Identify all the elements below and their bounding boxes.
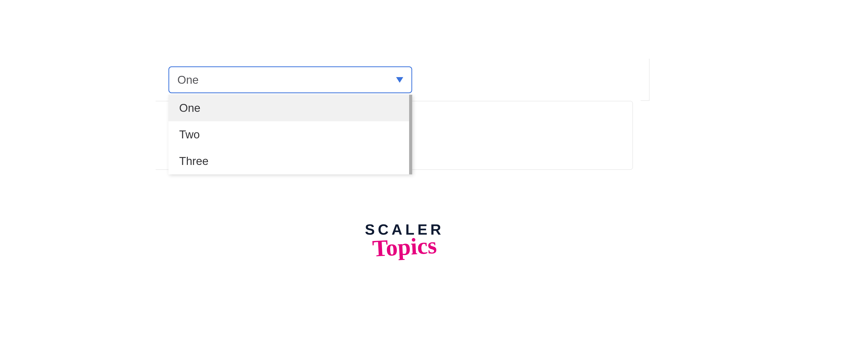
dropdown-trigger[interactable]: One xyxy=(168,66,412,93)
dropdown: One One Two Three xyxy=(168,66,412,174)
dropdown-list[interactable]: One Two Three xyxy=(168,95,412,174)
caret-down-icon xyxy=(396,77,403,83)
dropdown-option[interactable]: One xyxy=(168,95,412,121)
dropdown-option[interactable]: Three xyxy=(168,148,412,174)
scaler-topics-logo: SCALER Topics xyxy=(363,221,446,258)
dropdown-option-label: One xyxy=(179,102,200,114)
background-panel-notch xyxy=(641,59,650,101)
dropdown-selected-value: One xyxy=(177,74,198,86)
dropdown-option[interactable]: Two xyxy=(168,121,412,148)
dropdown-option-label: Two xyxy=(179,128,200,141)
dropdown-option-label: Three xyxy=(179,155,209,168)
logo-script-text: Topics xyxy=(362,234,447,260)
